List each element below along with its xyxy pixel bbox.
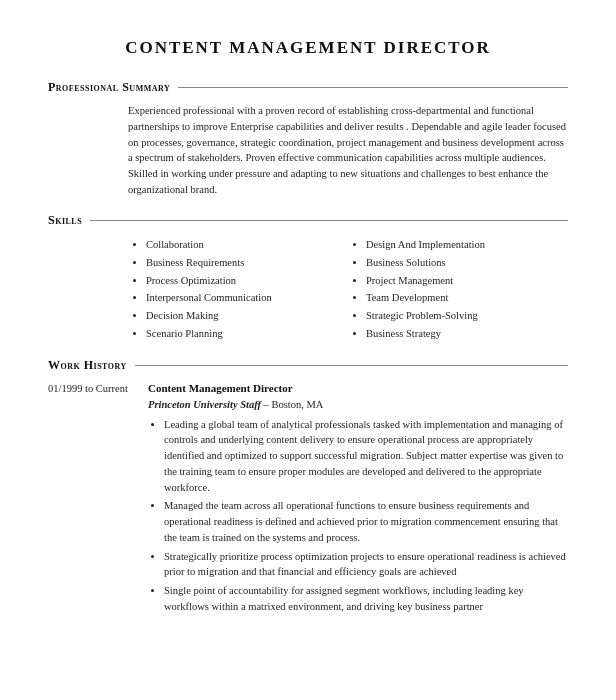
skills-label: Skills	[48, 212, 82, 229]
work-history-divider	[135, 365, 568, 366]
skill-item: Strategic Problem-Solving	[366, 307, 568, 325]
summary-content: Experienced professional with a proven r…	[48, 103, 568, 198]
summary-text: Experienced professional with a proven r…	[128, 103, 568, 198]
work-entry: 01/1999 to Current Content Management Di…	[48, 381, 568, 617]
skill-item: Business Requirements	[146, 254, 348, 272]
skills-section: Skills Collaboration Business Requiremen…	[48, 212, 568, 343]
summary-section: Professional Summary Experienced profess…	[48, 79, 568, 198]
skill-item: Business Strategy	[366, 325, 568, 343]
skill-item: Collaboration	[146, 236, 348, 254]
skills-header: Skills	[48, 212, 568, 229]
skill-item: Process Optimization	[146, 272, 348, 290]
work-bullet: Leading a global team of analytical prof…	[164, 417, 568, 496]
work-dates: 01/1999 to Current	[48, 381, 148, 617]
work-company: Princeton University Staff – Boston, MA	[148, 397, 568, 412]
work-job-title: Content Management Director	[148, 381, 568, 397]
skills-col-right: Design And Implementation Business Solut…	[348, 236, 568, 343]
work-details: Content Management Director Princeton Un…	[148, 381, 568, 617]
work-history-label: Work History	[48, 357, 127, 374]
work-history-header: Work History	[48, 357, 568, 374]
skill-item: Team Development	[366, 289, 568, 307]
summary-divider	[178, 87, 568, 88]
resume-title: Content Management Director	[48, 36, 568, 61]
resume-page: Content Management Director Professional…	[0, 0, 616, 700]
skills-content: Collaboration Business Requirements Proc…	[48, 236, 568, 343]
skill-item: Scenario Planning	[146, 325, 348, 343]
skills-columns: Collaboration Business Requirements Proc…	[128, 236, 568, 343]
summary-label: Professional Summary	[48, 79, 170, 96]
work-history-section: Work History 01/1999 to Current Content …	[48, 357, 568, 618]
summary-header: Professional Summary	[48, 79, 568, 96]
skill-item: Project Management	[366, 272, 568, 290]
work-history-content: 01/1999 to Current Content Management Di…	[48, 381, 568, 617]
skill-item: Business Solutions	[366, 254, 568, 272]
company-name: Princeton University Staff	[148, 399, 261, 410]
work-bullet: Single point of accountability for assig…	[164, 583, 568, 615]
skills-col-left: Collaboration Business Requirements Proc…	[128, 236, 348, 343]
skill-item: Interpersonal Communication	[146, 289, 348, 307]
skills-list-left: Collaboration Business Requirements Proc…	[128, 236, 348, 343]
skills-list-right: Design And Implementation Business Solut…	[348, 236, 568, 343]
skills-divider	[90, 220, 568, 221]
work-bullet: Strategically prioritize process optimiz…	[164, 549, 568, 581]
work-bullet: Managed the team across all operational …	[164, 498, 568, 545]
work-bullets: Leading a global team of analytical prof…	[148, 417, 568, 615]
skill-item: Decision Making	[146, 307, 348, 325]
skill-item: Design And Implementation	[366, 236, 568, 254]
